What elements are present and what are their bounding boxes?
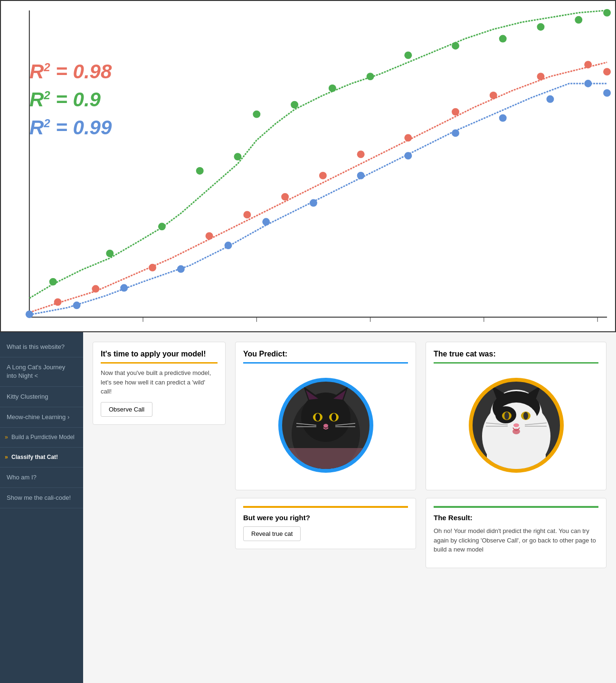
you-predict-card: You Predict:	[235, 342, 416, 490]
sub-arrow-icon: »	[5, 434, 8, 440]
svg-point-9	[158, 223, 166, 230]
svg-point-38	[120, 284, 128, 292]
r2-blue-label: R2 = 0.99	[29, 114, 112, 142]
true-cat-circle	[469, 378, 564, 473]
apply-model-title: It's time to apply your model!	[101, 350, 218, 364]
svg-point-58	[315, 413, 320, 421]
r2-green-label: R2 = 0.9	[29, 86, 112, 114]
true-cat-container	[434, 368, 598, 482]
sidebar-item-kitty-clustering[interactable]: Kitty Clustering	[0, 387, 83, 407]
sidebar-item-long-cat[interactable]: A Long Cat's Journey into Night <	[0, 357, 83, 386]
sidebar-item-meow-chine-learning[interactable]: Meow-chine Learning ›	[0, 407, 83, 428]
svg-point-28	[319, 172, 327, 179]
svg-point-47	[546, 95, 554, 103]
r2-red-label: R2 = 0.98	[29, 58, 112, 86]
svg-point-32	[490, 92, 497, 99]
true-cat-card: The true cat was:	[426, 342, 607, 490]
divider	[243, 506, 408, 508]
were-you-right-card: But were you right? Reveal true cat	[235, 498, 416, 549]
svg-point-13	[291, 101, 298, 109]
svg-point-49	[603, 89, 611, 97]
r-squared-labels: R2 = 0.98 R2 = 0.9 R2 = 0.99	[29, 58, 112, 141]
svg-point-27	[281, 193, 289, 201]
arrow-icon: ›	[67, 413, 69, 421]
svg-point-17	[452, 42, 459, 50]
reveal-true-cat-button[interactable]: Reveal true cat	[243, 526, 301, 541]
apply-model-card: It's time to apply your model! Now that …	[93, 342, 226, 425]
svg-point-46	[499, 114, 507, 122]
chart-area: R2 = 0.98 R2 = 0.9 R2 = 0.99	[0, 0, 616, 332]
svg-point-24	[149, 264, 156, 271]
svg-point-76	[523, 412, 528, 420]
svg-point-16	[404, 51, 412, 59]
sidebar-item-show-cali-code[interactable]: Show me the cali-code!	[0, 488, 83, 508]
black-cat-svg	[282, 382, 370, 469]
svg-point-14	[329, 84, 336, 92]
svg-point-20	[575, 16, 582, 24]
svg-point-15	[367, 73, 374, 80]
svg-point-7	[49, 278, 57, 286]
svg-point-39	[177, 265, 185, 273]
svg-point-48	[584, 80, 592, 87]
svg-point-42	[310, 199, 317, 207]
true-cat-title: The true cat was:	[434, 350, 598, 364]
result-title: The Result:	[434, 514, 598, 522]
svg-point-43	[357, 172, 365, 179]
svg-point-60	[323, 424, 328, 428]
sidebar-item-what-is-website[interactable]: What is this website?	[0, 337, 83, 357]
svg-point-77	[513, 423, 519, 427]
meow-chine-label: Meow-chine Learning	[7, 413, 66, 421]
svg-point-19	[537, 23, 545, 31]
build-model-label: Build a Purrdictive Model	[11, 434, 75, 440]
active-sub-arrow-icon: »	[5, 454, 8, 460]
result-body: Oh no! Your model didn't predict the rig…	[434, 526, 598, 554]
svg-point-30	[404, 134, 412, 141]
svg-point-25	[206, 232, 213, 240]
svg-point-26	[243, 211, 251, 218]
sidebar-item-who-am-i[interactable]: Who am I?	[0, 468, 83, 488]
observe-call-button[interactable]: Observe Call	[101, 402, 152, 417]
result-divider	[434, 506, 598, 508]
chart-svg	[1, 1, 615, 331]
you-predict-title: You Predict:	[243, 350, 408, 364]
svg-rect-65	[282, 448, 370, 469]
svg-point-59	[332, 413, 336, 421]
apply-model-body: Now that you've built a predictive model…	[101, 368, 218, 396]
svg-point-18	[499, 35, 507, 43]
bottom-section: What is this website? A Long Cat's Journ…	[0, 332, 616, 683]
main-content: It's time to apply your model! Now that …	[83, 332, 616, 683]
svg-point-37	[73, 301, 81, 309]
sidebar: What is this website? A Long Cat's Journ…	[0, 332, 83, 683]
svg-point-33	[537, 73, 545, 80]
panel-center: You Predict:	[235, 342, 416, 674]
result-card: The Result: Oh no! Your model didn't pre…	[426, 498, 607, 568]
svg-point-11	[234, 153, 241, 160]
svg-point-31	[452, 108, 459, 116]
panel-right: The true cat was:	[426, 342, 607, 674]
svg-point-44	[404, 152, 412, 159]
predict-cat-container	[243, 368, 408, 482]
svg-point-23	[92, 285, 99, 293]
svg-point-41	[262, 218, 270, 225]
svg-point-75	[504, 412, 509, 420]
panel-left: It's time to apply your model! Now that …	[93, 342, 226, 674]
classify-cat-label: Classify that Cat!	[11, 454, 58, 460]
svg-point-8	[106, 250, 114, 257]
svg-point-21	[603, 9, 611, 17]
svg-point-78	[512, 429, 520, 434]
svg-point-29	[357, 150, 365, 158]
svg-point-12	[253, 111, 260, 118]
sidebar-item-build-model[interactable]: » Build a Purrdictive Model	[0, 428, 83, 448]
sidebar-item-classify-cat[interactable]: » Classify that Cat!	[0, 448, 83, 468]
were-you-right-title: But were you right?	[243, 514, 408, 522]
predict-cat-circle	[278, 378, 373, 473]
svg-point-10	[196, 167, 204, 175]
svg-rect-83	[487, 450, 546, 469]
bw-cat-svg	[473, 382, 560, 469]
svg-point-22	[54, 298, 62, 306]
svg-point-34	[584, 61, 592, 68]
svg-point-40	[225, 242, 232, 249]
svg-point-35	[603, 68, 611, 75]
svg-point-45	[452, 129, 459, 137]
svg-point-36	[26, 310, 33, 318]
